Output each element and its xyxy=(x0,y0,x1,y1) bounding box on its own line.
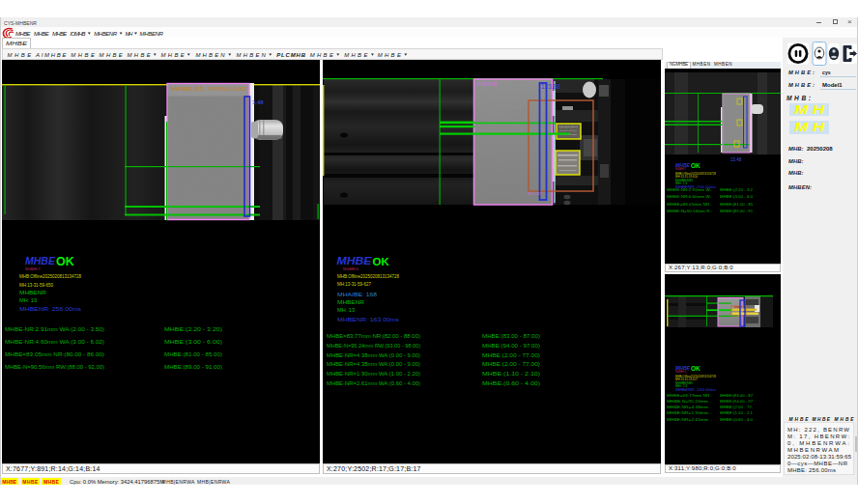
svg-text:MHBE:(3.00 - 6.0: MHBE:(3.00 - 6.0 xyxy=(720,195,753,199)
svg-text:MHBE-NR=2.61mm ..: MHBE-NR=2.61mm .. xyxy=(667,418,712,422)
svg-text:MHBE=83.05mm NR..: MHBE=83.05mm NR.. xyxy=(667,203,712,207)
svg-text:MHBENR: MHBENR xyxy=(337,299,364,305)
svg-text:MHBE:(89.00 - 91.00): MHBE:(89.00 - 91.00) xyxy=(164,364,222,370)
svg-text:MHBE-NR=1.90mm WA:(1.00 - 2.20: MHBE-NR=1.90mm WA:(1.00 - 2.20) xyxy=(327,371,420,377)
svg-text:MHBE-N=95.24mm RW:(93.00 - 98.: MHBE-N=95.24mm RW:(93.00 - 98.00) xyxy=(327,343,420,349)
svg-text:123.88: 123.88 xyxy=(541,83,560,90)
svg-text:MHBE-NR=4.38mm WA:(0.00 - 9.00: MHBE-NR=4.38mm WA:(0.00 - 9.00) xyxy=(327,361,420,367)
svg-text:MHBE-NR:2.91mm W..: MHBE-NR:2.91mm W.. xyxy=(667,188,712,192)
svg-text:MHBE-NR=4.38mm WA:(0.00 - 9.00: MHBE-NR=4.38mm WA:(0.00 - 9.00) xyxy=(327,352,420,358)
svg-text:MHBE:(83.00 - 87: MHBE:(83.00 - 87 xyxy=(720,394,753,398)
svg-text:MHBE:(94.00 - 97: MHBE:(94.00 - 97 xyxy=(720,400,753,404)
svg-text:NGMH:T: NGMH:T xyxy=(675,167,686,171)
svg-text:MHBE:(2.20 - 3.2: MHBE:(2.20 - 3.2 xyxy=(720,188,753,192)
svg-text:MHBE:(0.60 - 4.0: MHBE:(0.60 - 4.0 xyxy=(720,418,753,422)
svg-text:OK: OK xyxy=(691,365,701,372)
svg-text:MHBE: MHBE xyxy=(337,255,373,266)
svg-text:MHBE:(2.20 - 3.20): MHBE:(2.20 - 3.20) xyxy=(164,326,222,332)
svg-text:MHBE:93, NRWA:100: MHBE:93, NRWA:100 xyxy=(171,86,247,92)
svg-text:MHB:Offline2025020813134728: MHB:Offline2025020813134728 xyxy=(337,273,399,279)
svg-text:OK: OK xyxy=(56,255,74,268)
svg-text:MHBE=83.77mm NR:(82.00 - 88.00: MHBE=83.77mm NR:(82.00 - 88.00) xyxy=(327,333,420,339)
svg-text:OK: OK xyxy=(373,256,390,267)
svg-text:MHBE-N=90.56mm R..: MHBE-N=90.56mm R.. xyxy=(667,210,712,213)
svg-text:MH:13-31-59-627: MH:13-31-59-627 xyxy=(337,281,371,287)
svg-text:MHBE:(2.00 - 77.00): MHBE:(2.00 - 77.00) xyxy=(482,361,540,367)
svg-text:MHBE-NR=1.90mm ..: MHBE-NR=1.90mm .. xyxy=(667,411,712,415)
svg-text:3.48: 3.48 xyxy=(252,99,264,105)
svg-text:MH:13-31-59-650: MH:13-31-59-650 xyxy=(19,282,53,288)
svg-text:MHAIBE: 168: MHAIBE: 168 xyxy=(337,292,377,297)
svg-text:MHBE=63.77mm NR..: MHBE=63.77mm NR.. xyxy=(667,394,712,398)
svg-text:MHBE:(2.00 - 77.00): MHBE:(2.00 - 77.00) xyxy=(482,352,540,358)
svg-text:MHBE-NR:2.91mm WA:(2.00 - 3.50: MHBE-NR:2.91mm WA:(2.00 - 3.50) xyxy=(5,326,104,332)
svg-text:MH: 13: MH: 13 xyxy=(337,307,355,313)
svg-text:MHBE=83.05mm NR:(80.00 - 86.00: MHBE=83.05mm NR:(80.00 - 86.00) xyxy=(5,351,104,357)
svg-text:MHBENR: 163.00ms: MHBENR: 163.00ms xyxy=(675,388,716,392)
svg-text:MHBE:(81.00 - 85.00): MHBE:(81.00 - 85.00) xyxy=(164,351,222,357)
svg-text:MHBE-N=95.24mm ..: MHBE-N=95.24mm .. xyxy=(667,400,712,404)
svg-text:MHBE-NR:4.60mm WA:(3.00 - 6.02: MHBE-NR:4.60mm WA:(3.00 - 6.02) xyxy=(5,339,104,345)
svg-text:AIMHB: AIMHB xyxy=(476,81,498,87)
svg-text:MHB:Offline2025020813134728: MHB:Offline2025020813134728 xyxy=(19,273,81,279)
svg-text:MHBE:(0.60 - 4.00): MHBE:(0.60 - 4.00) xyxy=(482,380,540,386)
svg-text:MHBE:(81.00 - 85: MHBE:(81.00 - 85 xyxy=(720,203,753,207)
svg-text:NGMH:0: NGMH:0 xyxy=(343,266,359,271)
svg-text:MHBE:(1.10 - 2.1: MHBE:(1.10 - 2.1 xyxy=(720,411,753,415)
svg-text:MHBENR: 163.00ms: MHBENR: 163.00ms xyxy=(337,317,399,322)
svg-text:NG:1.97: NG:1.97 xyxy=(528,191,542,196)
svg-text:MHBE:(83.00 - 87.00): MHBE:(83.00 - 87.00) xyxy=(482,333,540,339)
svg-text:MHBENR: 256.00ms: MHBENR: 256.00ms xyxy=(19,306,81,312)
svg-text:MHBE-NR=4.38mm ..: MHBE-NR=4.38mm .. xyxy=(667,406,712,409)
svg-text:MHBE-NR=2.61mm WA:(0.60 - 4.00: MHBE-NR=2.61mm WA:(0.60 - 4.00) xyxy=(327,380,420,386)
svg-text:MHBE-N=90.56mm RW:(88.00 - 92.: MHBE-N=90.56mm RW:(88.00 - 92.00) xyxy=(5,364,104,370)
svg-text:MHBENR: MHBENR xyxy=(19,290,46,295)
svg-text:MHBE:(3.00 - 6.00): MHBE:(3.00 - 6.00) xyxy=(164,339,222,345)
svg-text:MH: 13: MH: 13 xyxy=(19,297,37,303)
svg-text:OK: OK xyxy=(691,162,701,169)
svg-text:NGMH:0: NGMH:0 xyxy=(675,370,686,374)
svg-text:MHBE:(2.00 - 77.: MHBE:(2.00 - 77. xyxy=(720,406,753,409)
svg-text:MHBE: MHBE xyxy=(25,255,56,266)
svg-text:MHBE:(94.00 - 97.00): MHBE:(94.00 - 97.00) xyxy=(482,343,540,349)
svg-text:MHBE:(89.00 - 91: MHBE:(89.00 - 91 xyxy=(720,210,753,213)
svg-text:MHBE-NR:4.60mm W..: MHBE-NR:4.60mm W.. xyxy=(667,195,712,199)
svg-text:MHBE:(1.10 - 2.10): MHBE:(1.10 - 2.10) xyxy=(482,371,540,377)
svg-text:13.48: 13.48 xyxy=(730,157,742,162)
svg-text:NGMH:T: NGMH:T xyxy=(25,266,41,271)
